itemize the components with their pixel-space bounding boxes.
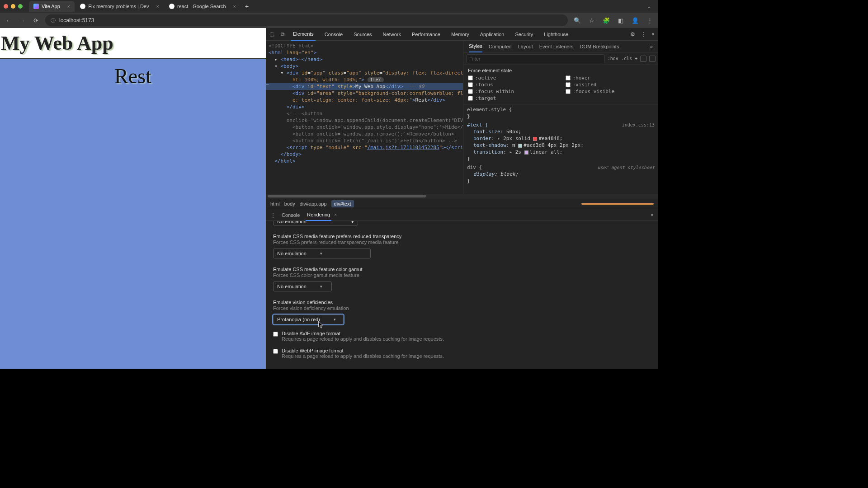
hov-button[interactable]: :hov <box>608 56 618 61</box>
close-icon[interactable]: × <box>334 212 337 217</box>
state-focus-within[interactable]: :focus-within <box>468 89 557 94</box>
nav-back-icon[interactable]: ← <box>5 17 13 24</box>
tab-network[interactable]: Network <box>381 28 403 41</box>
browser-tab-google[interactable]: react - Google Search × <box>165 1 241 12</box>
crumb-body[interactable]: body <box>284 201 295 206</box>
styles-filter-input[interactable] <box>466 54 605 63</box>
inspect-icon[interactable]: ⬚ <box>269 31 274 38</box>
tab-sources[interactable]: Sources <box>352 28 373 41</box>
url-bar[interactable]: ⓘ <box>45 14 568 26</box>
rendering-cutoff-select[interactable]: No emulation▾ <box>273 221 358 225</box>
window-maximize-icon[interactable] <box>18 4 23 9</box>
rendering-panel[interactable]: No emulation▾ Emulate CSS media feature … <box>266 221 658 369</box>
favicon-icon <box>80 4 85 9</box>
tab-console[interactable]: Console <box>323 28 344 41</box>
drawer-tab-console[interactable]: Console <box>280 209 301 221</box>
tab-computed[interactable]: Computed <box>489 44 512 49</box>
chrome-menu-icon[interactable]: ⋮ <box>646 17 654 24</box>
sidepanel-icon[interactable]: ◧ <box>617 17 625 24</box>
state-active[interactable]: :active <box>468 75 557 81</box>
elements-body: <!DOCTYPE html> <html lang="en"> ▸ <head… <box>266 41 658 194</box>
tab-dom-breakpoints[interactable]: DOM Breakpoints <box>580 44 619 49</box>
tab-memory[interactable]: Memory <box>449 28 471 41</box>
state-target[interactable]: :target <box>468 95 557 101</box>
computed-toggle-icon[interactable] <box>640 56 646 62</box>
zoom-icon[interactable]: 🔍 <box>573 17 581 24</box>
devtools-close-icon[interactable]: × <box>651 31 655 38</box>
state-visited[interactable]: :visited <box>566 82 654 88</box>
checkbox-disable-avif[interactable] <box>273 332 278 337</box>
browser-tab-devtools-doc[interactable]: Fix memory problems | Dev × <box>75 1 164 12</box>
force-state-panel: Force element state :active :hover :focu… <box>463 65 658 104</box>
select-color-gamut[interactable]: No emulation▾ <box>273 282 332 291</box>
rendering-section-sub: Forces CSS color-gamut media feature <box>273 272 651 278</box>
page-rest-text: Rest <box>0 59 266 88</box>
styles-tabstrip: Styles Computed Layout Event Listeners D… <box>463 41 658 52</box>
page-title: My Web App <box>0 28 266 59</box>
more-tabs-icon[interactable]: » <box>650 44 653 49</box>
dom-selected-node[interactable]: ⋯ <div id="text" style>My Web App</div> … <box>266 83 463 90</box>
device-toolbar-icon[interactable]: ⧉ <box>281 31 285 38</box>
drawer-tabstrip: ⋮ Console Rendering × × <box>266 209 658 221</box>
bookmark-icon[interactable]: ☆ <box>588 17 596 24</box>
rule-source[interactable]: index.css:13 <box>622 122 655 128</box>
styles-filter-row: :hov .cls + <box>463 52 658 65</box>
close-icon[interactable]: × <box>233 4 236 9</box>
tab-event-listeners[interactable]: Event Listeners <box>539 44 574 49</box>
url-input[interactable] <box>59 17 562 23</box>
dom-scrollbar[interactable] <box>266 194 658 198</box>
rendering-section-title: Emulate CSS media feature color-gamut <box>273 267 651 272</box>
drawer-tab-rendering[interactable]: Rendering <box>306 209 331 221</box>
tab-label: Vite App <box>42 4 60 9</box>
window-close-icon[interactable] <box>4 4 8 9</box>
window-minimize-icon[interactable] <box>11 4 15 9</box>
new-tab-button[interactable]: + <box>241 3 252 10</box>
tab-styles[interactable]: Styles <box>469 41 482 52</box>
nav-forward-icon[interactable]: → <box>18 17 26 24</box>
checkbox-disable-webp[interactable] <box>273 349 278 354</box>
tab-lighthouse[interactable]: Lighthouse <box>542 28 570 41</box>
drawer-close-icon[interactable]: × <box>651 212 654 218</box>
force-state-header: Force element state <box>468 68 654 73</box>
extensions-icon[interactable]: 🧩 <box>602 17 610 24</box>
cls-button[interactable]: .cls <box>621 56 632 61</box>
tab-overflow-icon[interactable]: ⌄ <box>643 4 655 9</box>
close-icon[interactable]: × <box>156 4 159 9</box>
crumb-text[interactable]: div#text <box>331 200 354 207</box>
rendering-section-sub: Forces CSS prefers-reduced-transparency … <box>273 239 651 245</box>
checkbox-label: Disable WebP image format <box>282 348 444 353</box>
drawer-menu-icon[interactable]: ⋮ <box>270 212 276 218</box>
crumb-html[interactable]: html <box>270 201 280 206</box>
rendering-section-title: Emulate CSS media feature prefers-reduce… <box>273 234 651 239</box>
tab-label: react - Google Search <box>177 4 226 9</box>
new-rule-button[interactable]: + <box>635 56 637 61</box>
state-hover[interactable]: :hover <box>566 75 654 81</box>
dom-doctype: <!DOCTYPE html> <box>269 43 313 49</box>
devtools-menu-icon[interactable]: ⋮ <box>641 31 646 38</box>
devtools-settings-icon[interactable]: ⚙ <box>630 31 635 38</box>
dom-tree[interactable]: <!DOCTYPE html> <html lang="en"> ▸ <head… <box>266 41 463 194</box>
window-traffic-lights <box>4 4 23 9</box>
close-icon[interactable]: × <box>67 4 70 9</box>
tab-layout[interactable]: Layout <box>518 44 533 49</box>
state-focus[interactable]: :focus <box>468 82 557 88</box>
tab-elements[interactable]: Elements <box>291 28 316 41</box>
select-reduced-transparency[interactable]: No emulation▾ <box>273 249 371 258</box>
reload-icon[interactable]: ⟳ <box>32 17 40 24</box>
devtools-drawer: ⋮ Console Rendering × × No emulation▾ Em… <box>266 209 658 369</box>
checkbox-sub: Requires a page reload to apply and disa… <box>282 336 444 342</box>
state-focus-visible[interactable]: :focus-visible <box>566 89 654 94</box>
crumb-app[interactable]: div#app.app <box>300 201 327 206</box>
site-info-icon[interactable]: ⓘ <box>51 17 56 24</box>
main-area: My Web App Rest ⬚ ⧉ Elements Console Sou… <box>0 28 658 369</box>
rendering-toggle-icon[interactable] <box>649 56 656 62</box>
select-vision-deficiency[interactable]: Protanopia (no red)▾ <box>273 314 344 324</box>
flex-badge[interactable]: flex <box>368 77 384 82</box>
css-rules[interactable]: element.style {} index.css:13 #text { fo… <box>463 104 658 194</box>
tab-application[interactable]: Application <box>478 28 506 41</box>
browser-tab-vite[interactable]: Vite App × <box>29 1 75 12</box>
tab-security[interactable]: Security <box>513 28 535 41</box>
tab-performance[interactable]: Performance <box>410 28 442 41</box>
profile-icon[interactable]: 👤 <box>631 17 639 24</box>
dom-breadcrumb: html body div#app.app div#text <box>266 198 658 209</box>
